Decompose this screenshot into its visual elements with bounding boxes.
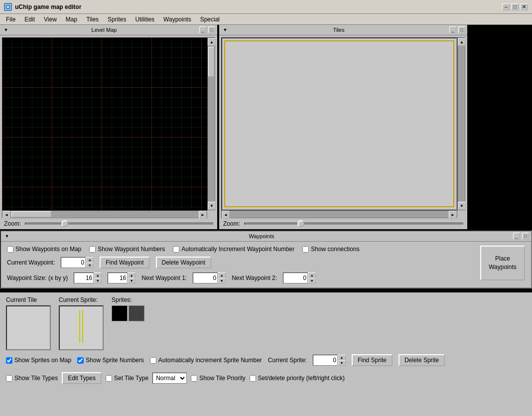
- close-button[interactable]: ✕: [520, 3, 528, 10]
- menu-sprites[interactable]: Sprites: [104, 15, 130, 24]
- waypoint-size-x-spinbox[interactable]: 16 ▲ ▼: [74, 273, 102, 283]
- level-map-minimize[interactable]: _: [199, 26, 206, 33]
- tiles-collapse[interactable]: ▼: [221, 26, 229, 34]
- tiles-minimize[interactable]: _: [449, 26, 456, 33]
- edit-types-button[interactable]: Edit Types: [62, 372, 102, 384]
- show-waypoints-checkbox-label[interactable]: Show Waypoints on Map: [7, 246, 81, 253]
- next-waypoint2-input[interactable]: 0: [283, 273, 308, 283]
- show-tile-priority-label[interactable]: Show Tile Priority: [191, 375, 246, 382]
- show-waypoint-numbers-checkbox-label[interactable]: Show Waypoint Numbers: [89, 246, 165, 253]
- next-waypoint1-input[interactable]: 0: [193, 273, 218, 283]
- show-sprites-label[interactable]: Show Sprites on Map: [6, 357, 71, 364]
- show-tile-types-checkbox[interactable]: [6, 375, 12, 382]
- map-vscroll-up[interactable]: ▲: [208, 38, 216, 46]
- waypoint-size-y-spinbox[interactable]: 16 ▲ ▼: [108, 273, 135, 283]
- sprite-item-0[interactable]: [112, 305, 128, 321]
- set-delete-priority-checkbox[interactable]: [250, 375, 256, 382]
- waypoint-size-x-input[interactable]: 16: [74, 273, 94, 283]
- tiles-vscroll[interactable]: ▲ ▼: [457, 37, 465, 210]
- tiles-zoom-label: Zoom:: [223, 220, 240, 227]
- tiles-zoom-slider[interactable]: [244, 223, 463, 225]
- show-sprite-numbers-label[interactable]: Show Sprite Numbers: [77, 357, 144, 364]
- delete-sprite-button[interactable]: Delete Sprite: [399, 354, 445, 366]
- tiles-hscroll-left[interactable]: ◄: [222, 211, 230, 219]
- maximize-button[interactable]: □: [511, 3, 519, 10]
- waypoint-size-x-down[interactable]: ▼: [94, 278, 102, 283]
- next-waypoint2-up[interactable]: ▲: [308, 273, 316, 278]
- show-connections-checkbox[interactable]: [302, 246, 309, 253]
- current-sprite-down[interactable]: ▼: [338, 360, 346, 366]
- set-delete-priority-text: Set/delete priority (left/right click): [258, 375, 345, 382]
- map-vscroll-down[interactable]: ▼: [208, 202, 216, 210]
- sprite-item-1[interactable]: [129, 305, 144, 321]
- waypoint-size-y-up[interactable]: ▲: [128, 273, 135, 278]
- svg-rect-4: [2, 37, 207, 210]
- current-waypoint-spinbox[interactable]: 0 ▲ ▼: [61, 257, 94, 268]
- auto-increment-waypoint-checkbox-label[interactable]: Automatically Increment Waypoint Number: [173, 246, 294, 253]
- set-tile-type-label[interactable]: Set Tile Type: [106, 375, 148, 382]
- menu-view[interactable]: View: [40, 15, 61, 24]
- map-hscroll[interactable]: ◄ ►: [2, 210, 207, 218]
- find-waypoint-button[interactable]: Find Waypoint: [100, 257, 149, 269]
- next-waypoint1-up[interactable]: ▲: [218, 273, 226, 278]
- set-delete-priority-label[interactable]: Set/delete priority (left/right click): [250, 375, 345, 382]
- menu-special[interactable]: Special: [196, 15, 224, 24]
- menu-file[interactable]: File: [2, 15, 19, 24]
- map-vscroll[interactable]: ▲ ▼: [207, 37, 215, 210]
- find-sprite-button[interactable]: Find Sprite: [352, 354, 393, 366]
- waypoints-maximize[interactable]: □: [522, 233, 529, 240]
- tiles-vscroll-down[interactable]: ▼: [458, 202, 466, 210]
- waypoints-header: ▼ Waypoints _ □: [1, 231, 531, 242]
- current-waypoint-up[interactable]: ▲: [86, 257, 94, 263]
- level-map-panel: ▼ Level Map _ □: [0, 25, 217, 229]
- tiles-hscroll-right[interactable]: ►: [449, 211, 457, 219]
- tile-type-dropdown[interactable]: Normal Blocked Water Lava Ice: [152, 373, 187, 384]
- current-sprite-spinbox[interactable]: 0 ▲ ▼: [313, 355, 346, 366]
- tiles-zoom-bar: Zoom:: [219, 218, 467, 229]
- show-sprites-checkbox[interactable]: [6, 357, 12, 364]
- waypoints-collapse[interactable]: ▼: [3, 232, 11, 240]
- minimize-button[interactable]: –: [502, 3, 510, 10]
- current-sprite-up[interactable]: ▲: [338, 355, 346, 360]
- auto-increment-waypoint-checkbox[interactable]: [173, 246, 179, 253]
- level-map-collapse[interactable]: ▼: [2, 26, 10, 34]
- menu-waypoints[interactable]: Waypoints: [159, 15, 195, 24]
- tiles-maximize[interactable]: □: [458, 26, 465, 33]
- show-tile-types-label[interactable]: Show Tile Types: [6, 375, 58, 382]
- map-hscroll-left[interactable]: ◄: [2, 211, 10, 219]
- level-map-maximize[interactable]: □: [208, 26, 215, 33]
- show-waypoints-checkbox[interactable]: [7, 246, 13, 253]
- menu-utilities[interactable]: Utilities: [131, 15, 158, 24]
- map-hscroll-right[interactable]: ►: [199, 211, 207, 219]
- place-waypoints-button[interactable]: Place Waypoints: [480, 246, 525, 280]
- tiles-hscroll[interactable]: ◄ ►: [221, 210, 457, 218]
- auto-increment-sprite-label[interactable]: Automatically increment Sprite Number: [150, 357, 262, 364]
- map-canvas[interactable]: [2, 37, 207, 210]
- show-waypoint-numbers-checkbox[interactable]: [89, 246, 96, 253]
- waypoints-minimize[interactable]: _: [513, 233, 520, 240]
- show-connections-checkbox-label[interactable]: Show connections: [302, 246, 359, 253]
- svg-point-1: [7, 6, 9, 8]
- current-waypoint-input[interactable]: 0: [61, 257, 86, 268]
- tiles-vscroll-up[interactable]: ▲: [458, 38, 466, 46]
- set-tile-type-checkbox[interactable]: [106, 375, 112, 382]
- next-waypoint1-down[interactable]: ▼: [218, 278, 226, 283]
- current-waypoint-down[interactable]: ▼: [86, 263, 94, 268]
- show-sprite-numbers-checkbox[interactable]: [77, 357, 84, 364]
- menu-map[interactable]: Map: [62, 15, 81, 24]
- current-sprite-preview: [59, 305, 104, 350]
- next-waypoint1-spinbox[interactable]: 0 ▲ ▼: [193, 273, 226, 283]
- delete-waypoint-button[interactable]: Delete Waypoint: [156, 257, 212, 269]
- menu-tiles[interactable]: Tiles: [82, 15, 103, 24]
- waypoint-size-y-input[interactable]: 16: [108, 273, 128, 283]
- current-sprite-input[interactable]: 0: [313, 355, 338, 366]
- menu-edit[interactable]: Edit: [20, 15, 39, 24]
- next-waypoint2-spinbox[interactable]: 0 ▲ ▼: [283, 273, 316, 283]
- waypoint-size-x-up[interactable]: ▲: [94, 273, 102, 278]
- next-waypoint2-down[interactable]: ▼: [308, 278, 316, 283]
- show-tile-priority-checkbox[interactable]: [191, 375, 197, 382]
- level-map-zoom-slider[interactable]: [25, 223, 213, 225]
- window-controls: – □ ✕: [502, 3, 528, 10]
- auto-increment-sprite-checkbox[interactable]: [150, 357, 156, 364]
- waypoint-size-y-down[interactable]: ▼: [128, 278, 135, 283]
